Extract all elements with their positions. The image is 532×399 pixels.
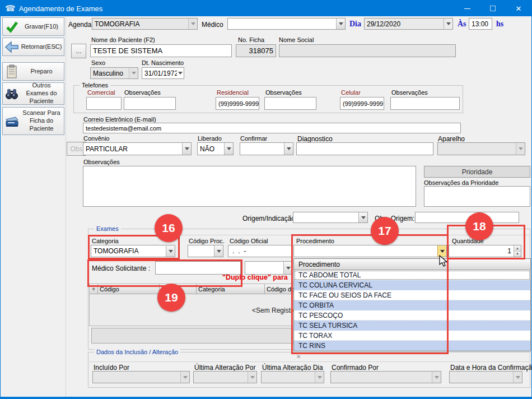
diagnostico-label: Diagnostico: [297, 135, 333, 143]
close-icon: ✕: [516, 4, 522, 13]
chevron-down-icon[interactable]: [516, 143, 525, 155]
codigo-oficial-label: Código Oficial: [230, 238, 268, 244]
medico-label: Médico: [202, 21, 223, 29]
obs-comercial-input[interactable]: [124, 97, 176, 110]
residencial-input[interactable]: (99)9999-9999: [216, 97, 259, 110]
callout-circle-18: 18: [465, 212, 493, 240]
celular-input[interactable]: (99)9999-9999: [340, 97, 384, 110]
scanear-button[interactable]: Scanear Para Ficha do Paciente: [2, 107, 64, 135]
observacoes-textarea[interactable]: [83, 166, 416, 207]
data-hora-confirmacao-label: Data e Hora da Confirmação: [450, 364, 532, 372]
email-label: Correio Eletrônico (E-mail): [83, 116, 156, 123]
chevron-down-icon[interactable]: [214, 245, 223, 257]
convenio-combo[interactable]: PARTICULAR: [83, 142, 192, 155]
data-hora-confirmacao-combo[interactable]: [449, 371, 522, 383]
aparelho-label: Aparelho: [438, 135, 465, 143]
as-label: Às: [458, 20, 466, 29]
ultima-alteracao-por-label: Última Alteração Por: [194, 364, 255, 372]
nome-paciente-input[interactable]: TESTE DE SISTEMA: [90, 44, 232, 57]
email-input[interactable]: testedesistema@email.com: [83, 123, 461, 133]
comercial-label: Comercial: [87, 89, 115, 96]
hs-label: hs: [496, 20, 503, 29]
convenio-label: Convênio: [83, 135, 109, 142]
preparo-button[interactable]: Preparo: [2, 62, 64, 81]
celular-label: Celular: [341, 89, 361, 96]
confirmado-por-label: Confirmado Por: [332, 364, 379, 372]
codigo-oficial-input[interactable]: . . -: [228, 245, 292, 257]
obs-celular-input[interactable]: [390, 97, 460, 110]
chevron-down-icon[interactable]: [180, 372, 189, 383]
telefones-legend: Telefones: [80, 82, 110, 89]
chevron-down-icon[interactable]: [358, 212, 367, 222]
close-button[interactable]: ✕: [506, 1, 531, 16]
chevron-down-icon[interactable]: [182, 143, 191, 155]
comercial-input[interactable]: [86, 97, 122, 110]
ultima-alteracao-dia-combo[interactable]: [261, 371, 324, 383]
dia-combo[interactable]: 29/12/2020: [364, 18, 453, 30]
observacoes-label: Observações: [83, 159, 120, 165]
chevron-down-icon[interactable]: [224, 143, 233, 155]
callout-circle-16: 16: [155, 214, 183, 242]
chevron-down-icon[interactable]: [248, 372, 256, 383]
medico-combo[interactable]: [227, 18, 346, 30]
green-check-icon: [4, 20, 19, 34]
obs-celular-label: Observações: [391, 89, 428, 96]
residencial-label: Residencial: [217, 89, 249, 96]
codigo-proc-combo[interactable]: [188, 245, 223, 257]
ultima-alteracao-dia-label: Última Alteração Dia: [262, 364, 323, 372]
retornar-button[interactable]: Retornar(ESC): [2, 38, 64, 56]
app-window: ☎ Agendamento de Exames ✕ Gravar(F10) Re…: [0, 0, 532, 399]
chevron-down-icon[interactable]: [315, 372, 324, 383]
chevron-down-icon[interactable]: [284, 143, 293, 155]
minimize-icon: [464, 8, 470, 9]
mouse-cursor: [439, 255, 448, 267]
dia-label: Dia: [349, 20, 361, 29]
confirmar-combo[interactable]: [240, 142, 293, 155]
agenda-combo[interactable]: TOMOGRAFIA: [92, 18, 198, 30]
confirmar-label: Confirmar: [240, 135, 267, 142]
browse-patient-button[interactable]: ...: [71, 44, 86, 58]
sexo-combo[interactable]: Masculino: [90, 67, 138, 79]
nome-social-field: [279, 44, 456, 57]
nascimento-label: Dt. Nascimento: [142, 59, 184, 66]
ultima-alteracao-por-combo[interactable]: [193, 371, 257, 383]
exames-legend: Exames: [94, 225, 121, 232]
confirmado-por-combo[interactable]: [330, 371, 441, 383]
obs-comercial-label: Observações: [124, 89, 161, 96]
chevron-down-icon[interactable]: [188, 18, 197, 29]
outros-exames-button[interactable]: Outros Exames do Paciente: [2, 82, 64, 105]
ficha-label: No. Ficha: [238, 36, 264, 43]
prioridade-header[interactable]: Prioridade: [424, 166, 530, 178]
ficha-field: 318075: [236, 44, 276, 57]
diagnostico-input[interactable]: [296, 142, 433, 155]
obs-residencial-label: Observações: [265, 89, 302, 96]
obs-prioridade-textarea[interactable]: [424, 186, 530, 207]
liberado-combo[interactable]: NÃO: [197, 142, 234, 155]
chevron-down-icon[interactable]: [513, 372, 522, 383]
chevron-down-icon[interactable]: [336, 18, 345, 29]
nascimento-combo[interactable]: 31/01/1972: [142, 67, 184, 79]
chevron-down-icon[interactable]: [129, 68, 138, 78]
obs-residencial-input[interactable]: [264, 97, 316, 110]
callout-box-19: [87, 259, 242, 287]
back-arrow-icon: [4, 41, 19, 53]
gravar-button[interactable]: Gravar(F10): [2, 17, 64, 36]
medico-solicitante-combo[interactable]: [245, 261, 293, 275]
callout-circle-17: 17: [371, 217, 399, 245]
origem-combo[interactable]: [293, 212, 368, 223]
clipboard-icon: [4, 64, 19, 79]
incluido-por-label: Incluído Por: [94, 364, 129, 372]
aparelho-combo[interactable]: [437, 142, 525, 155]
chevron-down-icon[interactable]: [444, 18, 452, 29]
binoculars-icon: [4, 87, 19, 100]
minimize-button[interactable]: [454, 1, 480, 16]
incluido-por-combo[interactable]: [92, 371, 190, 383]
maximize-button[interactable]: [480, 1, 506, 16]
liberado-label: Liberado: [198, 135, 222, 142]
chevron-down-icon[interactable]: [432, 372, 441, 383]
hora-input[interactable]: 13:00: [469, 18, 492, 30]
window-title: Agendamento de Exames: [19, 4, 103, 13]
scanner-icon: [4, 114, 19, 128]
chevron-down-icon[interactable]: [177, 68, 184, 78]
dropdown-close-icon[interactable]: ✕: [296, 354, 301, 360]
